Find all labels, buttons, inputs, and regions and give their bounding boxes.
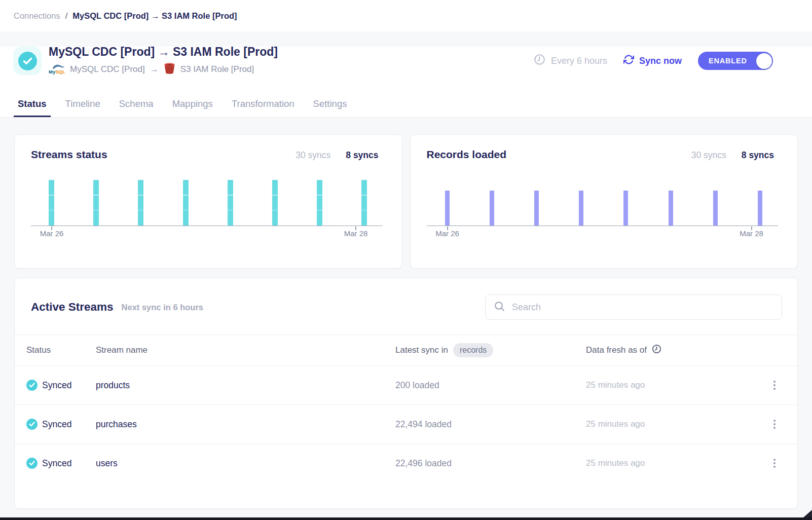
synced-check-icon <box>26 458 38 469</box>
records-loaded: 22,494 loaded <box>395 419 586 430</box>
records-loaded: 22,496 loaded <box>395 458 586 469</box>
enabled-toggle[interactable]: ENABLED <box>698 52 773 70</box>
data-freshness: 25 minutes ago <box>586 419 762 429</box>
sync-now-button[interactable]: Sync now <box>623 54 682 67</box>
column-data-fresh: Data fresh as of <box>586 345 647 355</box>
active-streams-title: Active Streams <box>31 301 114 314</box>
data-freshness: 25 minutes ago <box>586 458 762 468</box>
row-menu-button[interactable] <box>762 455 787 472</box>
sync-bar[interactable] <box>317 180 322 226</box>
mysql-logo-icon: MySQL <box>49 62 65 77</box>
streams-status-bars <box>49 180 367 226</box>
records-loaded: 200 loaded <box>395 380 586 391</box>
chart-title: Streams status <box>31 148 107 161</box>
clock-icon <box>652 344 661 356</box>
stream-name: products <box>96 380 395 391</box>
stream-row[interactable]: Synced purchases 22,494 loaded 25 minute… <box>15 404 797 443</box>
tab-timeline[interactable]: Timeline <box>61 98 104 117</box>
tab-settings[interactable]: Settings <box>309 98 351 117</box>
cursor-artifact <box>803 510 812 517</box>
sync-bar[interactable] <box>228 180 233 226</box>
sync-bar[interactable] <box>669 191 673 226</box>
stream-status-label: Synced <box>42 380 71 391</box>
sync-schedule: Every 6 hours <box>534 54 607 68</box>
synced-check-icon <box>26 419 38 430</box>
legend-total-syncs: 30 syncs <box>296 150 330 161</box>
page-title: MySQL CDC [Prod] → S3 IAM Role [Prod] <box>49 45 278 59</box>
sync-bar[interactable] <box>579 191 583 226</box>
tab-mappings[interactable]: Mappings <box>168 98 217 117</box>
sync-bar[interactable] <box>93 180 99 226</box>
stream-row[interactable]: Synced products 200 loaded 25 minutes ag… <box>15 365 797 404</box>
next-sync-label: Next sync in 6 hours <box>122 303 203 312</box>
data-freshness: 25 minutes ago <box>586 380 762 390</box>
sync-bar[interactable] <box>534 191 539 226</box>
refresh-icon <box>623 54 634 67</box>
records-loaded-chart <box>427 180 779 226</box>
tab-status[interactable]: Status <box>14 98 51 117</box>
check-circle-icon <box>18 52 37 70</box>
streams-status-chart <box>31 180 383 226</box>
legend-total-syncs: 30 syncs <box>691 150 726 161</box>
row-menu-button[interactable] <box>762 416 787 433</box>
clock-icon <box>534 54 545 68</box>
toggle-knob <box>756 53 772 69</box>
sync-bar[interactable] <box>361 180 367 226</box>
x-axis-start-label: Mar 26 <box>40 229 64 238</box>
search-input[interactable] <box>512 302 773 313</box>
legend-shown-syncs: 8 syncs <box>742 150 774 161</box>
tab-schema[interactable]: Schema <box>115 98 158 117</box>
records-loaded-bars <box>445 191 763 226</box>
connection-header: MySQL CDC [Prod] → S3 IAM Role [Prod] My… <box>0 47 812 118</box>
stream-status-label: Synced <box>42 458 71 469</box>
destination-name: S3 IAM Role [Prod] <box>180 64 254 75</box>
row-menu-button[interactable] <box>762 377 787 394</box>
breadcrumb: Connections / MySQL CDC [Prod] → S3 IAM … <box>0 0 812 32</box>
tab-bar: Status Timeline Schema Mappings Transfor… <box>14 98 812 117</box>
window-bottom-edge <box>0 517 812 520</box>
active-streams-card: Active Streams Next sync in 6 hours Stat… <box>14 278 798 509</box>
breadcrumb-connections-link[interactable]: Connections <box>14 11 60 21</box>
sync-bar[interactable] <box>490 191 494 226</box>
arrow-right-icon: → <box>150 64 159 75</box>
column-latest-sync: Latest sync in <box>395 345 448 355</box>
connection-status-badge <box>13 47 42 75</box>
stream-name: purchases <box>96 419 395 430</box>
stream-row[interactable]: Synced users 22,496 loaded 25 minutes ag… <box>15 443 797 482</box>
sync-bar[interactable] <box>49 180 54 226</box>
synced-check-icon <box>26 380 38 391</box>
x-axis-end-label: Mar 28 <box>344 229 368 238</box>
sync-bar[interactable] <box>445 191 450 226</box>
stream-status-label: Synced <box>42 419 71 430</box>
sync-bar[interactable] <box>272 180 278 226</box>
breadcrumb-separator: / <box>65 11 68 21</box>
s3-bucket-icon <box>164 62 175 77</box>
source-name: MySQL CDC [Prod] <box>70 64 145 75</box>
records-loaded-card: Records loaded 30 syncs 8 syncs Mar 26 M… <box>410 134 798 269</box>
schedule-label: Every 6 hours <box>551 56 607 66</box>
sync-bar[interactable] <box>183 180 189 226</box>
stream-name: users <box>96 458 395 469</box>
streams-table-body: Synced products 200 loaded 25 minutes ag… <box>15 365 797 482</box>
sync-bar[interactable] <box>623 191 628 226</box>
toggle-label: ENABLED <box>709 57 747 65</box>
search-icon <box>494 301 505 314</box>
sync-bar[interactable] <box>758 191 762 226</box>
stream-search[interactable] <box>485 294 782 320</box>
sync-now-label: Sync now <box>639 56 682 66</box>
x-axis-end-label: Mar 28 <box>740 229 763 238</box>
column-stream-name: Stream name <box>96 345 395 355</box>
records-unit-badge[interactable]: records <box>453 343 493 357</box>
column-status: Status <box>26 345 96 355</box>
breadcrumb-current: MySQL CDC [Prod] → S3 IAM Role [Prod] <box>72 11 237 21</box>
tab-transformation[interactable]: Transformation <box>228 98 299 117</box>
sync-bar[interactable] <box>138 180 143 226</box>
streams-table-header: Status Stream name Latest sync in record… <box>15 335 797 365</box>
chart-title: Records loaded <box>427 148 507 161</box>
x-axis-start-label: Mar 26 <box>435 229 459 238</box>
sync-bar[interactable] <box>713 191 718 226</box>
streams-status-card: Streams status 30 syncs 8 syncs Mar 26 M… <box>14 134 402 269</box>
legend-shown-syncs: 8 syncs <box>346 150 378 161</box>
svg-text:MySQL: MySQL <box>49 69 65 75</box>
